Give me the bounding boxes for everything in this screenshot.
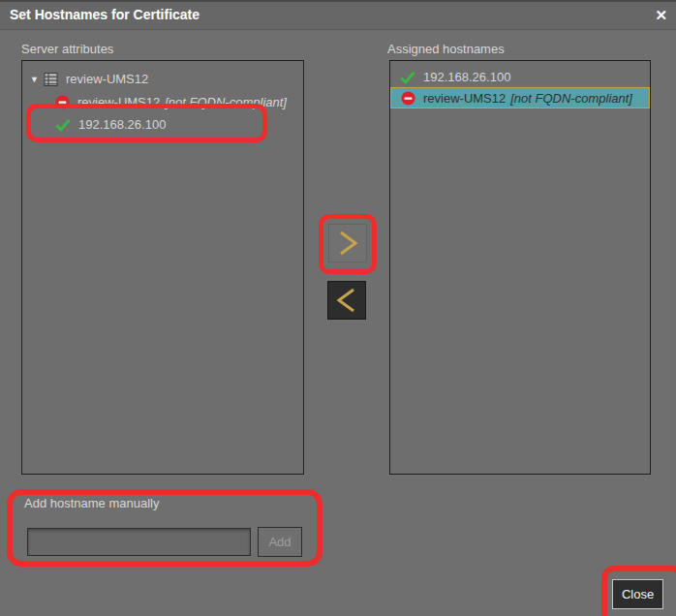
hostname-input[interactable] (27, 528, 251, 556)
tree-item-ip-address[interactable]: 192.168.26.100 (22, 113, 303, 136)
list-item-label: 192.168.26.100 (423, 70, 510, 84)
minus-circle-icon (55, 95, 70, 109)
add-hostname-label: Add hostname manually (24, 496, 159, 510)
assigned-hostnames-label: Assigned hostnames (387, 42, 505, 56)
move-right-button[interactable] (328, 224, 367, 262)
server-icon (44, 73, 58, 86)
add-button[interactable]: Add (258, 527, 302, 557)
set-hostnames-dialog: Set Hostnames for Certificate ✕ Server a… (0, 0, 676, 616)
tree-expander-icon[interactable]: ▼ (30, 75, 44, 84)
list-item-hostname-selected[interactable]: review-UMS12 [not FQDN-compliant] (390, 87, 650, 108)
close-button[interactable]: Close (612, 579, 663, 609)
fqdn-warning-text: [not FQDN-compliant] (510, 91, 632, 106)
list-item-label: review-UMS12 (423, 91, 506, 106)
tree-item-label: 192.168.26.100 (78, 117, 166, 132)
fqdn-warning-text: [not FQDN-compliant] (165, 95, 287, 109)
tree-item-hostname-noncompliant[interactable]: review-UMS12 [not FQDN-compliant] (22, 91, 303, 113)
list-item-ip-address[interactable]: 192.168.26.100 (390, 67, 650, 87)
tree-item-label: review-UMS12 (66, 72, 148, 86)
check-icon (55, 118, 71, 132)
dialog-title: Set Hostnames for Certificate (10, 2, 200, 28)
server-attributes-panel: ▼ review-UMS12 (21, 60, 304, 475)
dialog-titlebar: Set Hostnames for Certificate ✕ (0, 0, 676, 30)
chevron-left-icon (329, 283, 364, 318)
chevron-right-icon (330, 226, 365, 261)
check-icon (400, 71, 415, 84)
assigned-hostnames-panel: 192.168.26.100 review-UMS12 [not FQDN-co… (389, 60, 651, 475)
tree-item-root-server[interactable]: ▼ review-UMS12 (22, 67, 303, 91)
close-icon[interactable]: ✕ (655, 6, 667, 25)
tree-item-label: review-UMS12 (77, 95, 160, 109)
server-attributes-label: Server attributes (21, 42, 113, 56)
move-left-button[interactable] (327, 281, 366, 320)
minus-circle-icon (401, 91, 415, 106)
